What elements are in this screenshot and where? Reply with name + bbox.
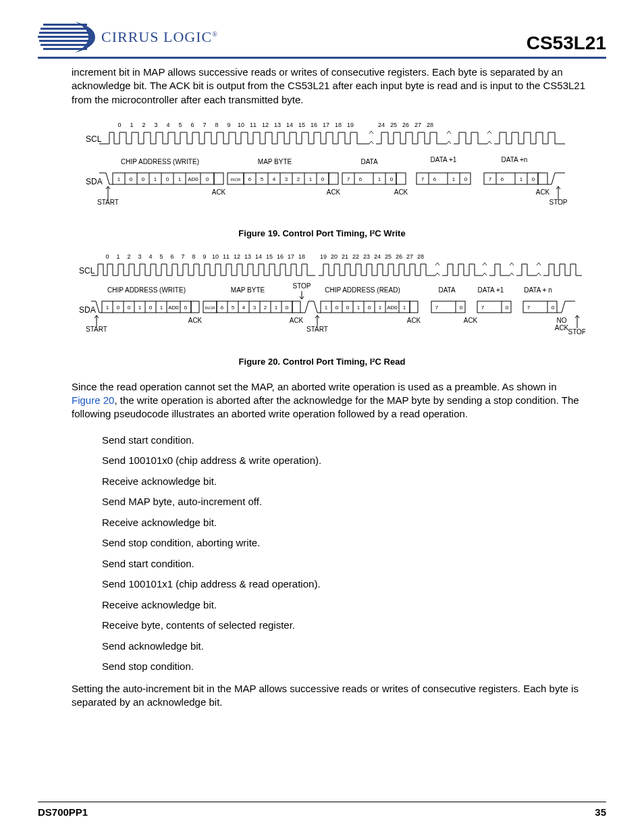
svg-text:0: 0 — [552, 305, 555, 311]
svg-text:1: 1 — [130, 122, 133, 128]
svg-text:0: 0 — [460, 305, 463, 311]
svg-rect-1 — [41, 28, 89, 30]
list-item: Send start condition. — [102, 558, 606, 570]
svg-text:0: 0 — [464, 176, 468, 182]
svg-text:13: 13 — [274, 122, 281, 128]
svg-text:4: 4 — [166, 122, 169, 128]
svg-text:0: 0 — [506, 305, 509, 311]
svg-text:18: 18 — [298, 253, 305, 260]
svg-text:11: 11 — [250, 122, 257, 128]
svg-text:STOP: STOP — [292, 282, 311, 290]
svg-text:15: 15 — [266, 253, 273, 260]
svg-text:19: 19 — [320, 253, 327, 260]
svg-text:ACK: ACK — [327, 188, 341, 196]
svg-text:ACK: ACK — [394, 188, 408, 196]
svg-text:ACK: ACK — [407, 317, 421, 324]
svg-text:CHIP ADDRESS (WRITE): CHIP ADDRESS (WRITE) — [107, 286, 186, 294]
svg-rect-5 — [41, 44, 89, 46]
svg-text:21: 21 — [342, 253, 348, 260]
svg-text:ACK: ACK — [212, 188, 226, 196]
svg-text:CHIP ADDRESS (WRITE): CHIP ADDRESS (WRITE) — [121, 158, 199, 165]
svg-text:28: 28 — [427, 122, 433, 128]
svg-text:1: 1 — [309, 176, 313, 182]
svg-rect-57 — [342, 173, 396, 184]
svg-text:START: START — [86, 325, 107, 333]
svg-text:7: 7 — [347, 176, 350, 182]
svg-text:0: 0 — [149, 305, 153, 311]
svg-text:5: 5 — [261, 176, 264, 182]
svg-text:6: 6 — [221, 305, 224, 311]
svg-text:7: 7 — [489, 176, 492, 182]
svg-text:7: 7 — [421, 176, 425, 182]
svg-text:0: 0 — [368, 305, 371, 311]
mid-text-1: Since the read operation cannot set the … — [72, 381, 557, 392]
figure-19-caption: Figure 19. Control Port Timing, I²C Writ… — [38, 228, 606, 238]
svg-text:DATA: DATA — [438, 286, 456, 294]
figure-20-link[interactable]: Figure 20 — [72, 394, 114, 406]
svg-rect-3 — [38, 36, 92, 38]
svg-text:7: 7 — [481, 305, 485, 311]
svg-text:16: 16 — [277, 253, 284, 260]
svg-text:0: 0 — [321, 176, 325, 182]
svg-text:0: 0 — [142, 176, 145, 182]
svg-text:ACK: ACK — [290, 317, 304, 324]
svg-text:DATA +1: DATA +1 — [431, 156, 457, 163]
svg-text:6: 6 — [190, 122, 194, 128]
svg-text:28: 28 — [417, 253, 424, 260]
list-item: Send stop condition, aborting write. — [102, 538, 606, 549]
svg-text:5: 5 — [159, 253, 163, 260]
svg-text:12: 12 — [234, 253, 240, 260]
svg-text:ACK: ACK — [464, 317, 478, 324]
svg-rect-62 — [417, 173, 471, 184]
svg-rect-151 — [191, 301, 199, 313]
svg-text:18: 18 — [335, 122, 342, 128]
svg-text:0: 0 — [130, 176, 133, 182]
svg-text:1: 1 — [117, 176, 121, 182]
svg-text:0: 0 — [105, 253, 109, 260]
svg-text:13: 13 — [244, 253, 251, 260]
svg-text:26: 26 — [402, 122, 409, 128]
figure-19-diagram: 0123 4567 891011 12131415 16171819 24252… — [65, 120, 579, 221]
list-item: Receive acknowledge bit. — [102, 600, 606, 611]
svg-text:DATA + n: DATA + n — [524, 286, 552, 294]
list-item: Receive byte, contents of selected regis… — [102, 620, 606, 631]
svg-text:19: 19 — [347, 122, 354, 128]
svg-text:27: 27 — [414, 122, 421, 128]
svg-text:0: 0 — [532, 176, 535, 182]
svg-text:1: 1 — [357, 305, 360, 311]
svg-text:2: 2 — [142, 122, 145, 128]
svg-text:17: 17 — [288, 253, 294, 260]
svg-text:5: 5 — [232, 305, 235, 311]
svg-text:5: 5 — [178, 122, 182, 128]
svg-text:20: 20 — [331, 253, 338, 260]
list-item: Send stop condition. — [102, 661, 606, 673]
page-header: CIRRUS LOGIC® CS53L21 — [38, 20, 606, 59]
list-item: Send MAP byte, auto-increment off. — [102, 496, 606, 508]
list-item: Receive acknowledge bit. — [102, 517, 606, 529]
part-number: CS53L21 — [527, 32, 606, 54]
svg-text:SDA: SDA — [79, 305, 96, 315]
closing-paragraph: Setting the auto-increment bit in the MA… — [72, 682, 586, 710]
svg-text:25: 25 — [390, 122, 397, 128]
svg-text:1: 1 — [160, 305, 163, 311]
svg-text:ACK: ACK — [188, 317, 203, 324]
svg-text:2: 2 — [297, 176, 300, 182]
page-footer: DS700PP1 35 — [38, 802, 606, 818]
svg-text:7: 7 — [203, 122, 206, 128]
svg-text:SCL: SCL — [86, 134, 102, 144]
svg-text:1: 1 — [325, 305, 328, 311]
svg-text:0: 0 — [128, 305, 131, 311]
svg-text:9: 9 — [203, 253, 206, 260]
figure-20-diagram: 0123 4567 891011 12131415 161718 1920212… — [59, 252, 585, 350]
svg-text:MAP BYTE: MAP BYTE — [231, 286, 265, 294]
svg-text:0: 0 — [336, 305, 339, 311]
svg-text:0: 0 — [117, 122, 121, 128]
intro-paragraph: increment bit in MAP allows successive r… — [72, 66, 586, 107]
svg-text:14: 14 — [286, 122, 293, 128]
doc-number: DS700PP1 — [38, 806, 88, 818]
svg-text:INCR: INCR — [231, 178, 241, 182]
company-name: CIRRUS LOGIC® — [101, 28, 218, 46]
svg-text:2: 2 — [264, 305, 267, 311]
svg-text:10: 10 — [212, 253, 219, 260]
svg-text:SDA: SDA — [86, 177, 103, 186]
